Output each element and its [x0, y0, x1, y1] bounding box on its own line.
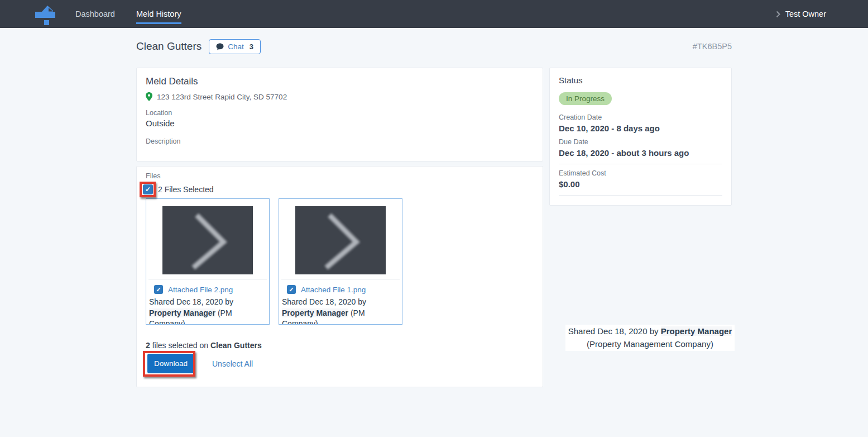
location-value: Outside: [146, 118, 534, 128]
chevron-right-image-icon: [189, 210, 233, 271]
page-header: Clean Gutters Chat 3 #TK6B5P5: [136, 28, 732, 65]
meld-details-title: Meld Details: [146, 76, 534, 87]
divider: [559, 195, 722, 196]
select-all-files-checkbox[interactable]: [143, 184, 153, 194]
status-badge: In Progress: [559, 92, 612, 105]
shared-by-name: Property Manager: [661, 326, 732, 336]
page-title: Clean Gutters: [136, 40, 202, 53]
chevron-right-image-icon: [322, 210, 366, 271]
property-address: 123 123rd Street Rapid City, SD 57702: [157, 93, 287, 101]
property-meld-logo-icon[interactable]: [35, 3, 56, 25]
top-nav: Dashboard Meld History Test Owner: [0, 0, 868, 28]
file-checkbox[interactable]: [287, 285, 296, 294]
shared-by-name: Property Manager: [149, 308, 215, 317]
chat-bubble-icon: [216, 43, 224, 50]
file-name-link[interactable]: Attached File 1.png: [301, 286, 366, 294]
creation-date-label: Creation Date: [559, 113, 722, 121]
unselect-all-link[interactable]: Unselect All: [212, 359, 253, 368]
file-card: Attached File 2.png Shared Dec 18, 2020 …: [146, 198, 270, 325]
files-card: Files 2 Files Selected Attached File 2.p…: [136, 166, 543, 387]
file-checkbox[interactable]: [154, 285, 163, 294]
file-thumbnail[interactable]: [295, 206, 386, 274]
files-selected-summary: 2 Files Selected: [158, 185, 214, 194]
nav-item-meld-history[interactable]: Meld History: [136, 0, 181, 28]
meld-reference-code: #TK6B5P5: [693, 42, 732, 51]
chat-count-badge: 3: [250, 42, 253, 51]
meld-details-card: Meld Details 123 123rd Street Rapid City…: [136, 68, 543, 162]
user-name: Test Owner: [785, 10, 826, 18]
file-name-link[interactable]: Attached File 2.png: [168, 286, 233, 294]
divider: [281, 279, 400, 279]
chevron-right-icon: [776, 11, 780, 18]
due-date-label: Due Date: [559, 138, 722, 146]
file-shared-info: Shared Dec 18, 2020 by Property Manager …: [282, 297, 399, 325]
file-card: Attached File 1.png Shared Dec 18, 2020 …: [279, 198, 402, 325]
shared-info-tooltip: Shared Dec 18, 2020 by Property Manager …: [565, 325, 735, 351]
estimated-cost-label: Estimated Cost: [559, 169, 722, 177]
status-title: Status: [559, 75, 722, 85]
download-button[interactable]: Download: [147, 354, 194, 373]
divider: [559, 164, 722, 164]
selection-summary: 2 files selected on Clean Gutters: [146, 341, 534, 350]
files-section-label: Files: [146, 172, 534, 180]
file-card-list: Attached File 2.png Shared Dec 18, 2020 …: [146, 198, 534, 325]
file-thumbnail[interactable]: [162, 206, 253, 274]
chat-button[interactable]: Chat 3: [209, 39, 261, 54]
nav-item-dashboard[interactable]: Dashboard: [75, 0, 115, 28]
page: Dashboard Meld History Test Owner Clean …: [0, 0, 868, 437]
map-pin-icon: [146, 92, 152, 101]
shared-by-name: Property Manager: [282, 308, 348, 317]
location-label: Location: [146, 109, 534, 117]
chat-button-label: Chat: [228, 42, 244, 51]
due-date-value: Dec 18, 2020 - about 3 hours ago: [559, 148, 722, 158]
status-card: Status In Progress Creation Date Dec 10,…: [549, 68, 732, 206]
file-shared-info: Shared Dec 18, 2020 by Property Manager …: [149, 297, 266, 325]
description-label: Description: [146, 137, 534, 145]
divider: [148, 279, 267, 279]
creation-date-value: Dec 10, 2020 - 8 days ago: [559, 124, 722, 133]
estimated-cost-value: $0.00: [559, 179, 722, 189]
user-menu[interactable]: Test Owner: [776, 10, 826, 18]
